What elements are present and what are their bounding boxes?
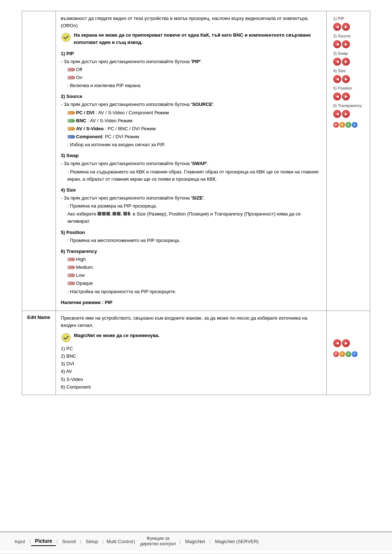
section-source-title: 2) Source [61, 93, 321, 100]
side-panel-content: 1) PIP ◀ ▶ 2) Source ◀ ▶ 3) Swap ◀ [332, 15, 365, 129]
edit-next-btn[interactable]: ▶ [342, 339, 350, 347]
transp-opaque: Opaque [68, 280, 321, 287]
checkmark-icon-2 [61, 333, 71, 343]
nav-magicnet[interactable]: MagicNet [181, 537, 209, 546]
block4 [113, 212, 116, 216]
edit-name-row: Edit Name Присвоете име на устройството,… [22, 311, 370, 395]
side-position-label: 5) Position [333, 86, 352, 90]
size-desc: - За пряк достъп чрез дистанционното изп… [61, 194, 321, 202]
pip-off: Off [68, 66, 321, 73]
a-btn-2[interactable]: A [339, 351, 345, 357]
nav-sound[interactable]: Sound [58, 537, 79, 546]
p-btn[interactable]: P [333, 122, 339, 128]
c-btn-2[interactable]: C [352, 351, 358, 357]
pip-content-cell: възможност да гледате видео от тези устр… [56, 11, 326, 311]
nav-multi-control[interactable]: Multi Control | [105, 537, 137, 546]
block1 [98, 212, 101, 216]
side-panel-edit-content: ◀ ▶ P A S C [332, 315, 365, 358]
size-prev-btn[interactable]: ◀ [333, 75, 341, 83]
transp-prev-btn[interactable]: ◀ [333, 110, 341, 118]
side-swap-label: 3) Swap [333, 51, 348, 56]
side-size-label: 4) Size [333, 69, 346, 73]
pcdvi-label: PC / DVI : AV / S-Video / Component Режи… [76, 109, 169, 116]
c-btn[interactable]: C [352, 122, 358, 128]
swap-btn-pair: ◀ ▶ [333, 58, 350, 66]
swap-prev-btn[interactable]: ◀ [333, 58, 341, 66]
dvi-item: 3) DVI [61, 360, 321, 368]
mini-blocks [98, 212, 110, 216]
pos-next-btn[interactable]: ▶ [342, 93, 350, 100]
position-note: : Промяна на местоположението на PIP про… [68, 237, 321, 244]
arrow-component [68, 135, 74, 139]
component-item: 6) Component [61, 383, 321, 391]
svg-point-0 [62, 33, 70, 42]
block2 [102, 212, 106, 216]
pip-note: : Включва и изключва PIP екрана. [68, 82, 321, 89]
swap-note: : Размяна на съдържанието на КВК и главн… [68, 168, 321, 183]
edit-name-label-cell: Edit Name [22, 311, 56, 395]
source-prev-btn[interactable]: ◀ [333, 40, 341, 48]
p-btn-2[interactable]: P [333, 351, 339, 357]
pip-label-cell [22, 11, 56, 311]
note-box-2: MagicNet не може да се преименува. [61, 332, 321, 343]
mini-blocks2 [113, 212, 121, 216]
sep-4: | [102, 539, 104, 544]
pos-prev-btn[interactable]: ◀ [333, 93, 341, 100]
arrow-medium [68, 266, 74, 269]
s-btn[interactable]: S [346, 122, 351, 128]
content-table: възможност да гледате видео от тези устр… [22, 11, 370, 395]
arrow-avsvideo [68, 127, 74, 131]
transp-low: Low [68, 272, 321, 279]
source-avsvideo: AV / S-Video : PC / BNC / DVI Режим [68, 125, 321, 132]
bnc-label: BNC : AV / S-Video Режим [76, 117, 132, 124]
edit-prev-btn[interactable]: ◀ [333, 339, 341, 347]
edit-name-label: Edit Name [27, 315, 50, 320]
source-next-btn[interactable]: ▶ [342, 40, 350, 48]
sep-6: | [209, 539, 211, 544]
nav-input[interactable]: Input [11, 537, 29, 546]
bnc-item: 2) BNC [61, 353, 321, 360]
a-btn[interactable]: A [339, 122, 345, 128]
transp-note: : Настройка на прозрачността на PIP проз… [68, 288, 321, 295]
s-btn-2[interactable]: S [346, 351, 351, 357]
av-item: 4) AV [61, 368, 321, 375]
arrow-opaque [68, 282, 74, 285]
mini-blocks3 [123, 212, 130, 216]
main-content: възможност да гледате видео от тези устр… [0, 0, 392, 467]
source-btn-pair: ◀ ▶ [333, 40, 350, 48]
swap-desc: - За пряк достъп чрез дистанционното изп… [61, 160, 321, 167]
nav-setup[interactable]: Setup [82, 537, 102, 546]
section-position-title: 5) Position [61, 229, 321, 236]
source-component: Component: PC / DVI Режим [68, 133, 321, 140]
pip-section-row: възможност да гледате видео от тези устр… [22, 11, 370, 311]
pip-btn-pair: ◀ ▶ [333, 23, 350, 31]
sep-2: | [56, 539, 58, 544]
edit-name-desc: Присвоете име на устройството, свързано … [61, 315, 321, 329]
swap-next-btn[interactable]: ▶ [342, 58, 350, 66]
medium-label: Medium [76, 264, 93, 271]
position-btn-pair: ◀ ▶ [333, 93, 350, 100]
pip-on-label: On [76, 74, 82, 81]
arrow-bnc [68, 119, 74, 123]
pip-prev-btn[interactable]: ◀ [333, 23, 341, 31]
block6 [123, 212, 127, 216]
size-next-btn[interactable]: ▶ [342, 75, 350, 83]
source-bnc: BNC : AV / S-Video Режим [68, 117, 321, 124]
transp-high: High [68, 256, 321, 263]
nav-funcs[interactable]: Функции задиректен контрол [137, 534, 179, 549]
arrow-on [68, 76, 74, 79]
edit-name-content-cell: Присвоете име на устройството, свързано … [56, 311, 326, 395]
opaque-label: Opaque [76, 280, 93, 287]
section-pip-title: 1) PIP [61, 50, 321, 57]
nav-magicnet-server[interactable]: MagicNet (SERVER) [211, 537, 262, 546]
nav-picture[interactable]: Picture [31, 537, 56, 546]
pc-item: 1) PC [61, 345, 321, 352]
size-note2: Ако изберете , , - в Size (Размер), Posi… [68, 210, 321, 225]
pip-off-label: Off [76, 66, 82, 73]
block3 [106, 212, 110, 216]
intro-text: възможност да гледате видео от тези устр… [61, 15, 321, 29]
side-panel-edit: ◀ ▶ P A S C [327, 311, 370, 395]
transp-next-btn[interactable]: ▶ [342, 110, 350, 118]
block5 [117, 212, 121, 216]
pip-next-btn[interactable]: ▶ [342, 23, 350, 31]
